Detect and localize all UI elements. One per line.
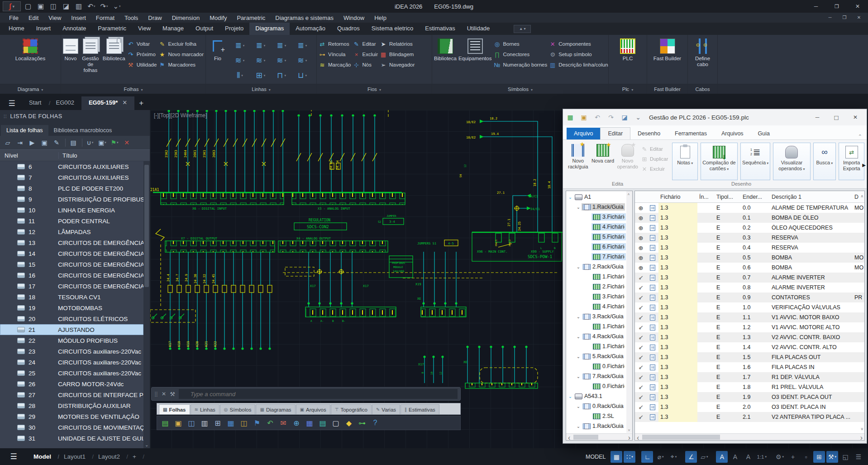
attach-icon[interactable]: ∪ xyxy=(85,137,95,148)
menu-item[interactable]: Window xyxy=(339,14,369,22)
visualizar-operandos-button[interactable]: Visualizar operandos xyxy=(773,143,810,180)
sheet-row[interactable]: 15 CIRCUITOS DE EMERGÊNCIA xyxy=(0,259,143,270)
save-icon[interactable]: ◫ xyxy=(48,1,59,11)
grid-view-icon[interactable]: ▦ xyxy=(304,417,315,428)
operand-row[interactable]: 1.3 E 2.1 V2 ANTEPARA TIPO PLACA ... xyxy=(635,412,864,422)
busca-button[interactable]: ∞ Busca xyxy=(813,143,836,180)
sheet-scrollbar[interactable] xyxy=(143,161,150,448)
wire-bundle-icon[interactable]: ≋ xyxy=(250,53,271,68)
group-label-linhas[interactable]: Linhas xyxy=(206,84,316,94)
menu-item[interactable]: Tools xyxy=(120,14,143,22)
wire-bus-icon[interactable]: ≣ xyxy=(250,38,271,53)
operand-row[interactable]: 1.3 E 1.2 V1 AVVIC. MOTORE ALTO xyxy=(635,322,864,332)
novo-marcador-button[interactable]: ★Novo marcador xyxy=(158,51,204,58)
tree-item[interactable]: 0.Fichário xyxy=(567,381,626,391)
command-tools-icon[interactable]: ⚒ xyxy=(170,391,175,398)
sheet-row[interactable]: 10 LINHA DE ENERGIA xyxy=(0,205,143,216)
wire-list-icon[interactable]: ≣ xyxy=(292,38,313,53)
tree-item[interactable]: 4.Fichário xyxy=(567,302,626,312)
chevron-down-icon[interactable] xyxy=(575,354,582,359)
operand-row[interactable]: 1.3 E 1.9 O3 IDENT. PLACA OUT xyxy=(635,392,864,402)
grid-display-icon[interactable]: ▦ xyxy=(610,451,622,463)
chevron-down-icon[interactable] xyxy=(575,334,582,339)
column-header-descricao[interactable]: Descrição 1 xyxy=(770,194,853,200)
column-header-endereco[interactable]: Ender... xyxy=(741,194,770,200)
operand-row[interactable]: 1.3 E 0.8 ALARME INVERTER xyxy=(635,283,864,292)
sheet-row[interactable]: 24 CIRCUITOS auxiliares-220Vac xyxy=(0,357,143,368)
operand-row[interactable]: 1.3 E 1.4 V2 AVVIC. CONTR. ALTO xyxy=(635,342,864,352)
sheet-row[interactable]: 18 TESOURA CV1 xyxy=(0,292,143,302)
isolate-objects-icon[interactable]: ▫ xyxy=(800,451,812,463)
tree-item[interactable]: 4.Rack/Guia xyxy=(567,331,626,341)
chevron-down-icon[interactable] xyxy=(567,394,573,399)
bookmark-icon[interactable]: ⚑ xyxy=(252,417,262,428)
menu-item[interactable]: Diagramas e sistemas xyxy=(271,14,338,22)
open-doc-icon[interactable]: ▣ xyxy=(173,417,184,428)
menu-item[interactable]: Parametric xyxy=(232,14,270,22)
equipamentos-button[interactable]: Equipamentos xyxy=(458,37,492,62)
dock-tab[interactable]: ≋Linhas xyxy=(191,404,219,414)
chevron-down-icon[interactable] xyxy=(575,424,582,429)
chevron-down-icon[interactable] xyxy=(575,314,582,319)
viewport-label[interactable]: [-][Top][2D Wireframe] xyxy=(154,112,207,119)
plc-open-icon[interactable]: ▣ xyxy=(578,112,589,123)
wire-node-icon[interactable]: ⊓ xyxy=(271,68,292,83)
menu-item[interactable]: File xyxy=(5,14,23,22)
sheet-row[interactable]: 9 DISTRIBUIÇÃO DE PROFIBUS xyxy=(0,194,143,205)
biblioteca-folhas-button[interactable]: Biblioteca xyxy=(103,37,125,62)
save-as-icon[interactable]: ◪ xyxy=(61,1,72,11)
operand-row[interactable]: 1.3 E 2.0 O3 IDENT. PLACA IN xyxy=(635,402,864,412)
plc-close-button[interactable] xyxy=(846,110,865,124)
new-file-icon[interactable]: ▢ xyxy=(23,1,33,11)
command-input[interactable] xyxy=(179,389,458,399)
sheet-row[interactable]: 22 MÓDULO PROFIBUS xyxy=(0,335,143,346)
tree-horizontal-scrollbar[interactable] xyxy=(566,433,632,440)
dock-tab[interactable]: ▣Arquivos xyxy=(296,404,330,414)
help-icon[interactable]: ? xyxy=(370,417,381,428)
annotation-autoscale-icon[interactable]: A xyxy=(729,451,741,463)
plot-icon[interactable]: ▥ xyxy=(73,1,84,11)
sequencia-button[interactable]: ≣ Sequência xyxy=(740,143,770,180)
plc-ribbon-overflow-icon[interactable]: ▶ xyxy=(862,163,866,168)
proximo-button[interactable]: ↷Próximo xyxy=(127,51,157,58)
tree-item[interactable]: 1.Fichário xyxy=(567,341,626,351)
copy-doc-icon[interactable]: ⊞ xyxy=(212,417,223,428)
plc-tab[interactable]: Editar xyxy=(600,127,630,139)
wire-bend-icon[interactable]: ≋ xyxy=(271,53,292,68)
chevron-down-icon[interactable] xyxy=(575,205,582,210)
menu-item[interactable]: Help xyxy=(370,14,391,22)
statusbar-menu-left-icon[interactable] xyxy=(0,452,27,461)
editar-fio-button[interactable]: ✎Editar xyxy=(353,40,378,48)
customization-icon[interactable]: ⚒ xyxy=(826,451,838,463)
sheet-row[interactable]: 7 CIRCUITOS AUXILIARES xyxy=(0,172,143,183)
excluir-folha-button[interactable]: ✎Excluir folha xyxy=(158,40,204,48)
diamond-icon[interactable]: ◆ xyxy=(343,417,354,428)
app-maximize-button[interactable] xyxy=(826,0,847,13)
menu-item[interactable]: Dimension xyxy=(167,14,204,22)
novo-button[interactable]: Novo xyxy=(63,37,78,62)
relatorios-button[interactable]: ➤Relatórios xyxy=(380,40,415,48)
crosshair-icon[interactable]: + xyxy=(787,451,799,463)
group-label-folhas[interactable]: Folhas xyxy=(61,84,205,94)
tree-item[interactable]: 1.Fichário xyxy=(567,321,626,331)
tree-item[interactable]: 5.Fichário xyxy=(567,232,626,242)
sheet-row[interactable]: 12 LÂMPADAS xyxy=(0,226,143,237)
notas-button[interactable]: Notas xyxy=(672,143,698,180)
layout-tab[interactable]: + xyxy=(126,453,143,460)
sheet-row[interactable]: 8 PLC DE PODER ET200 xyxy=(0,183,143,194)
wire-multi-icon[interactable]: ≣ xyxy=(229,38,250,53)
wire-corner-icon[interactable]: ≋ xyxy=(229,53,250,68)
globe-icon[interactable]: ⊕ xyxy=(291,417,302,428)
statusbar-menu-icon[interactable]: ☰ xyxy=(853,451,864,463)
importa-exporta-button[interactable]: ⇄ Importa Exporta xyxy=(839,143,864,180)
tree-item[interactable]: 1.Fichário xyxy=(567,272,626,282)
app-minimize-button[interactable] xyxy=(806,0,826,13)
plc-tab[interactable]: Ferramentas xyxy=(668,128,714,139)
file-tab[interactable]: EG002✕ xyxy=(48,96,81,110)
sheet-row[interactable]: 30 CIRCUITOS DE MOVIMENTAÇÃO xyxy=(0,422,143,433)
tree-item[interactable]: A1 xyxy=(567,192,626,202)
sheet-row[interactable]: 23 CIRCUITOS auxiliares-220Vac xyxy=(0,346,143,357)
print-sheet-icon[interactable]: ▤ xyxy=(68,137,79,148)
panel-tab[interactable]: Biblioteca macroblocos xyxy=(48,125,118,136)
operand-row[interactable]: 1.3 E 1.8 R1 PREL. VÁLVULA xyxy=(635,382,864,392)
